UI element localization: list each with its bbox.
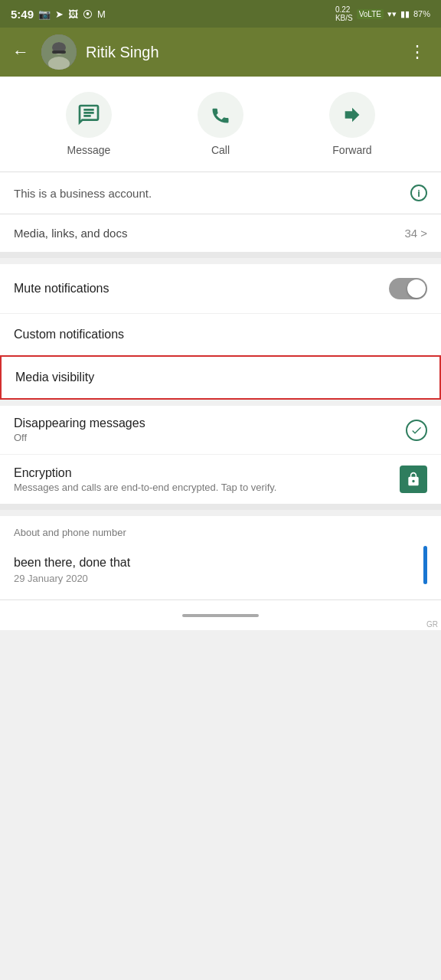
- action-buttons: Message Call Forward: [0, 77, 441, 172]
- media-links-label: Media, links, and docs: [14, 227, 127, 240]
- about-text-block: been there, done that 29 January 2020: [14, 556, 130, 584]
- avatar[interactable]: [41, 34, 77, 70]
- gr-label: GR: [426, 620, 438, 629]
- media-count: 34 >: [404, 227, 427, 240]
- status-right: 0.22KB/S VoLTE ▾▾ ▮▮ 87%: [335, 5, 430, 22]
- disappearing-icon: [406, 420, 427, 441]
- disappearing-main: Disappearing messages Off: [14, 416, 406, 443]
- forward-icon-circle: [329, 92, 375, 138]
- mute-notifications-label: Mute notifications: [14, 282, 109, 296]
- about-bio: been there, done that: [14, 556, 130, 570]
- forward-icon: [341, 104, 363, 126]
- call-icon: [210, 104, 231, 126]
- home-indicator: [182, 614, 259, 617]
- message-button[interactable]: Message: [66, 92, 112, 156]
- call-button[interactable]: Call: [198, 92, 243, 156]
- call-icon-circle: [198, 92, 243, 138]
- toggle-knob: [407, 279, 426, 298]
- navigation-icon: ➤: [55, 8, 64, 20]
- contact-name: Ritik Singh: [86, 44, 394, 61]
- media-visibility-row[interactable]: Media visibility: [0, 355, 441, 400]
- signal-icon: ▮▮: [400, 9, 410, 19]
- message-icon-circle: [66, 92, 112, 138]
- message-label: Message: [67, 144, 111, 156]
- kb-label: 0.22KB/S: [335, 5, 353, 22]
- mute-toggle[interactable]: [389, 278, 427, 299]
- wifi-icon: ▾▾: [387, 9, 397, 19]
- mute-notifications-row[interactable]: Mute notifications: [0, 264, 441, 314]
- battery-label: 87%: [413, 9, 430, 18]
- business-info-text: This is a business account.: [14, 187, 152, 200]
- mail-icon: M: [97, 8, 106, 20]
- top-bar: ← Ritik Singh ⋮: [0, 28, 441, 77]
- more-options-button[interactable]: ⋮: [403, 39, 432, 65]
- info-icon: i: [410, 185, 427, 201]
- custom-notifications-label: Custom notifications: [14, 328, 124, 341]
- business-info-row: This is a business account. i: [0, 172, 441, 214]
- media-links-row[interactable]: Media, links, and docs 34 >: [0, 214, 441, 252]
- encryption-main: Encryption Messages and calls are end-to…: [14, 466, 400, 493]
- back-button[interactable]: ←: [9, 39, 32, 65]
- media-visibility-label: Media visibility: [15, 371, 94, 384]
- lock-icon-container: [400, 466, 427, 493]
- about-bar: [423, 546, 427, 584]
- forward-button[interactable]: Forward: [329, 92, 375, 156]
- about-content: been there, done that 29 January 2020: [14, 546, 427, 584]
- disappearing-messages-row[interactable]: Disappearing messages Off: [0, 406, 441, 455]
- thick-divider-2: [0, 504, 441, 510]
- check-icon: [410, 424, 423, 436]
- forward-label: Forward: [332, 144, 371, 156]
- about-date: 29 January 2020: [14, 573, 130, 584]
- encryption-label: Encryption: [14, 466, 400, 480]
- encryption-row[interactable]: Encryption Messages and calls are end-to…: [0, 455, 441, 504]
- message-icon: [77, 103, 101, 127]
- avatar-image: [41, 34, 77, 70]
- about-section: About and phone number been there, done …: [0, 516, 441, 599]
- settings-section: Mute notifications Custom notifications: [0, 264, 441, 355]
- gallery-icon: 🖼: [68, 8, 78, 20]
- custom-notifications-row[interactable]: Custom notifications: [0, 314, 441, 355]
- call-label: Call: [211, 144, 230, 156]
- more-settings-section: Disappearing messages Off Encryption Mes…: [0, 406, 441, 504]
- encryption-sub: Messages and calls are end-to-end encryp…: [14, 482, 400, 493]
- svg-rect-4: [52, 51, 66, 54]
- thick-divider-1: [0, 252, 441, 258]
- about-header: About and phone number: [14, 527, 427, 538]
- lte-label: VoLTE: [357, 9, 384, 19]
- avatar-svg: [41, 34, 77, 70]
- status-time: 5:49: [11, 8, 34, 21]
- status-left: 5:49 📷 ➤ 🖼 ⦿ M: [11, 8, 106, 21]
- disappearing-label: Disappearing messages: [14, 416, 406, 430]
- disappearing-sub: Off: [14, 432, 406, 443]
- bottom-bar: GR: [0, 599, 441, 630]
- lock-icon: [406, 472, 421, 487]
- record-icon: ⦿: [83, 8, 93, 20]
- camera-icon: 📷: [38, 8, 51, 20]
- status-bar: 5:49 📷 ➤ 🖼 ⦿ M 0.22KB/S VoLTE ▾▾ ▮▮ 87%: [0, 0, 441, 28]
